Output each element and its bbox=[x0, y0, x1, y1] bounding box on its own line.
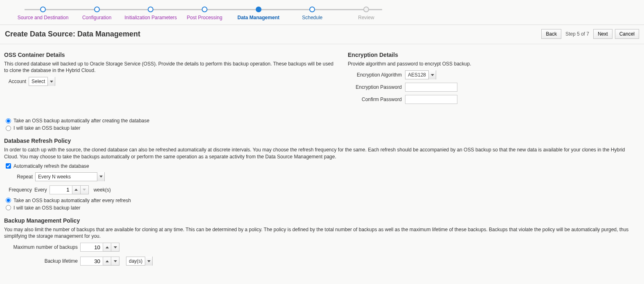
oss-desc: This cloned database will backed up to O… bbox=[4, 61, 336, 74]
refresh-backup-auto-radio[interactable]: Take an OSS backup automatically after e… bbox=[4, 198, 640, 203]
backup-policy-section: Backup Management Policy You may also li… bbox=[0, 212, 644, 266]
wizard-step-review[interactable]: Review bbox=[340, 3, 393, 20]
enc-password-field[interactable] bbox=[405, 83, 457, 92]
radio-label: I will take an OSS backup later bbox=[14, 125, 80, 131]
radio-input[interactable] bbox=[6, 198, 11, 203]
cancel-button[interactable]: Cancel bbox=[615, 29, 639, 39]
frequency-label: Frequency bbox=[4, 187, 32, 193]
lifetime-input[interactable] bbox=[80, 257, 103, 266]
frequency-input[interactable] bbox=[50, 185, 72, 194]
max-backups-stepper[interactable] bbox=[80, 243, 119, 252]
page-header: Create Data Source: Data Management Back… bbox=[0, 25, 644, 44]
page-title: Create Data Source: Data Management bbox=[5, 30, 541, 38]
backup-policy-title: Backup Management Policy bbox=[4, 217, 640, 224]
enc-confirm-password-field[interactable] bbox=[405, 95, 457, 104]
refresh-title: Database Refresh Policy bbox=[4, 137, 640, 144]
account-value: Select bbox=[29, 79, 47, 84]
max-backups-input[interactable] bbox=[80, 243, 103, 252]
lifetime-row: Backup lifetime day(s) bbox=[4, 257, 640, 266]
enc-algo-label: Encryption Algorithm bbox=[348, 72, 405, 78]
enc-pwd-label: Encryption Password bbox=[348, 84, 405, 90]
stepper-up-icon[interactable] bbox=[72, 185, 81, 194]
radio-label: Take an OSS backup automatically after c… bbox=[14, 118, 149, 124]
wizard-dot-icon bbox=[148, 7, 153, 12]
chevron-down-icon bbox=[145, 257, 152, 266]
lifetime-unit-select[interactable]: day(s) bbox=[126, 257, 153, 266]
wizard-steps: Source and Destination Configuration Ini… bbox=[16, 3, 393, 20]
back-button[interactable]: Back bbox=[541, 29, 561, 39]
chevron-down-icon bbox=[428, 70, 436, 79]
refresh-backup-later-radio[interactable]: I will take an OSS backup later bbox=[4, 205, 640, 211]
backup-policy-desc: You may also limit the number of backups… bbox=[4, 226, 640, 239]
wizard-dot-icon bbox=[40, 7, 46, 12]
wizard-step-data-management[interactable]: Data Management bbox=[232, 3, 285, 20]
repeat-row: Repeat Every N weeks bbox=[13, 172, 640, 181]
lifetime-stepper[interactable] bbox=[80, 257, 119, 266]
oss-backup-later-radio[interactable]: I will take an OSS backup later bbox=[4, 125, 336, 131]
wizard-dot-icon bbox=[94, 7, 100, 12]
radio-input[interactable] bbox=[6, 126, 11, 131]
chevron-down-icon bbox=[97, 172, 104, 181]
chevron-down-icon bbox=[47, 77, 55, 86]
account-select[interactable]: Select bbox=[29, 77, 55, 86]
repeat-select[interactable]: Every N weeks bbox=[35, 172, 105, 181]
top-content: OSS Container Details This cloned databa… bbox=[0, 44, 644, 133]
stepper-up-icon[interactable] bbox=[103, 257, 111, 266]
enc-algo-select[interactable]: AES128 bbox=[405, 70, 436, 79]
enc-desc: Provide algorithm and password to encryp… bbox=[348, 61, 640, 67]
wizard-step-source-destination[interactable]: Source and Destination bbox=[16, 3, 70, 20]
checkbox-input[interactable] bbox=[6, 163, 11, 169]
frequency-row: Frequency Every week(s) bbox=[4, 185, 640, 194]
refresh-section: Database Refresh Policy In order to catc… bbox=[0, 133, 644, 210]
refresh-desc: In order to catch up with the source, th… bbox=[4, 147, 640, 160]
next-button[interactable]: Next bbox=[593, 29, 612, 39]
wizard-step-configuration[interactable]: Configuration bbox=[70, 3, 124, 20]
radio-label: Take an OSS backup automatically after e… bbox=[14, 198, 131, 203]
enc-title: Encryption Details bbox=[348, 52, 640, 58]
wizard-dot-icon bbox=[256, 7, 261, 12]
max-backups-row: Maximum number of backups bbox=[4, 243, 640, 252]
radio-input[interactable] bbox=[6, 118, 11, 124]
auto-refresh-checkbox[interactable]: Automatically refresh the database bbox=[6, 163, 640, 169]
encryption-section: Encryption Details Provide algorithm and… bbox=[348, 48, 640, 133]
frequency-prefix: Every bbox=[34, 187, 47, 193]
stepper-down-icon[interactable] bbox=[81, 185, 89, 194]
lifetime-unit-value: day(s) bbox=[126, 258, 145, 264]
stepper-up-icon[interactable] bbox=[103, 243, 111, 252]
checkbox-label: Automatically refresh the database bbox=[14, 163, 89, 169]
stepper-down-icon[interactable] bbox=[111, 243, 119, 252]
frequency-stepper[interactable] bbox=[50, 185, 89, 194]
enc-algo-value: AES128 bbox=[405, 72, 428, 78]
step-indicator: Step 5 of 7 bbox=[565, 31, 589, 37]
wizard-step-init-params[interactable]: Initialization Parameters bbox=[124, 3, 177, 20]
radio-label: I will take an OSS backup later bbox=[14, 205, 80, 211]
lifetime-label: Backup lifetime bbox=[4, 258, 78, 264]
wizard-step-post-processing[interactable]: Post Processing bbox=[178, 3, 231, 20]
wizard-step-schedule[interactable]: Schedule bbox=[286, 3, 339, 20]
radio-input[interactable] bbox=[6, 205, 11, 210]
repeat-label: Repeat bbox=[13, 174, 33, 180]
account-label: Account bbox=[4, 79, 26, 84]
header-actions: Back Step 5 of 7 Next Cancel bbox=[541, 29, 639, 39]
stepper-down-icon[interactable] bbox=[111, 257, 119, 266]
wizard-dot-icon bbox=[202, 7, 207, 12]
account-row: Account Select bbox=[4, 77, 336, 86]
oss-backup-auto-radio[interactable]: Take an OSS backup automatically after c… bbox=[4, 118, 336, 124]
oss-title: OSS Container Details bbox=[4, 52, 336, 58]
repeat-value: Every N weeks bbox=[36, 174, 73, 180]
frequency-unit: week(s) bbox=[94, 187, 111, 193]
wizard-bar: Source and Destination Configuration Ini… bbox=[0, 0, 644, 25]
oss-section: OSS Container Details This cloned databa… bbox=[4, 48, 336, 133]
wizard-dot-icon bbox=[309, 7, 315, 12]
wizard-dot-icon bbox=[363, 7, 369, 12]
max-backups-label: Maximum number of backups bbox=[4, 244, 78, 250]
enc-confirm-label: Confirm Password bbox=[348, 97, 405, 102]
